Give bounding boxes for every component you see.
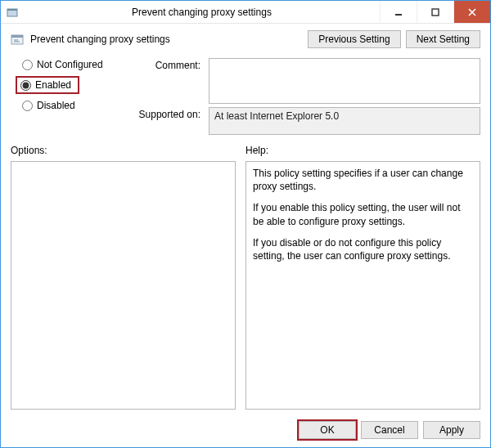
policy-editor-window: Prevent changing proxy settings Pr	[0, 0, 491, 448]
maximize-button[interactable]	[417, 1, 453, 23]
svg-rect-3	[432, 9, 439, 16]
apply-button[interactable]: Apply	[423, 421, 480, 439]
svg-rect-1	[7, 9, 17, 11]
window-controls	[380, 1, 490, 23]
cancel-button[interactable]: Cancel	[361, 421, 418, 439]
window-title: Prevent changing proxy settings	[24, 1, 380, 23]
comment-input[interactable]	[209, 58, 480, 104]
radio-not-configured-label: Not Configured	[37, 59, 103, 70]
supported-on-value: At least Internet Explorer 5.0	[209, 107, 480, 135]
radio-not-configured-input[interactable]	[22, 60, 33, 70]
previous-setting-button[interactable]: Previous Setting	[308, 30, 400, 48]
comment-label: Comment:	[138, 58, 204, 71]
radio-disabled-input[interactable]	[22, 101, 33, 111]
svg-rect-2	[395, 14, 402, 16]
help-paragraph-3: If you disable or do not configure this …	[253, 236, 473, 262]
svg-rect-5	[11, 35, 23, 38]
minimize-button[interactable]	[380, 1, 417, 23]
help-paragraph-2: If you enable this policy setting, the u…	[253, 201, 473, 227]
help-pane[interactable]: This policy setting specifies if a user …	[246, 161, 480, 410]
help-paragraph-1: This policy setting specifies if a user …	[253, 167, 473, 193]
radio-disabled-label: Disabled	[37, 100, 75, 111]
supported-on-label: Supported on:	[138, 107, 204, 120]
radio-disabled[interactable]: Disabled	[20, 99, 133, 112]
dialog-buttons: OK Cancel Apply	[11, 414, 480, 439]
titlebar: Prevent changing proxy settings	[1, 1, 490, 24]
nav-buttons: Previous Setting Next Setting	[308, 30, 480, 48]
next-setting-button[interactable]: Next Setting	[406, 30, 480, 48]
options-label: Options:	[11, 145, 236, 156]
header-row: Prevent changing proxy settings Previous…	[11, 30, 480, 48]
help-label: Help:	[246, 145, 268, 156]
state-radio-group: Not Configured Enabled Disabled	[11, 58, 133, 112]
radio-enabled-label: Enabled	[35, 79, 71, 91]
lower-labels: Options: Help:	[11, 145, 480, 156]
policy-icon	[11, 33, 24, 46]
ok-button[interactable]: OK	[299, 421, 356, 439]
setting-title: Prevent changing proxy settings	[30, 34, 301, 45]
options-pane[interactable]	[11, 161, 236, 410]
app-icon	[1, 1, 24, 23]
client-area: Prevent changing proxy settings Previous…	[1, 24, 490, 447]
close-button[interactable]	[453, 1, 490, 23]
lower-panes: This policy setting specifies if a user …	[11, 161, 480, 410]
radio-not-configured[interactable]: Not Configured	[20, 58, 133, 71]
radio-enabled[interactable]: Enabled	[16, 76, 79, 94]
radio-enabled-input[interactable]	[20, 80, 31, 91]
config-grid: Not Configured Enabled Disabled Comment:…	[11, 58, 480, 135]
